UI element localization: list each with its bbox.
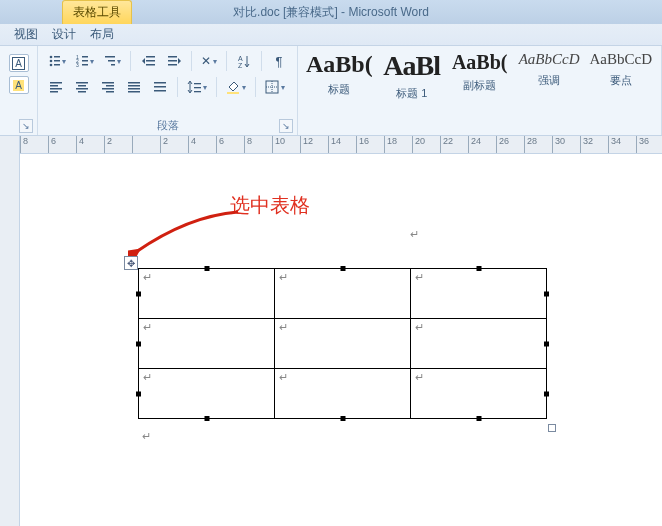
window-title: 对比.doc [兼容模式] - Microsoft Word xyxy=(233,4,429,21)
increase-indent-button[interactable] xyxy=(162,50,186,72)
svg-rect-13 xyxy=(108,60,116,62)
styles-gallery[interactable]: AaBb( 标题 AaBl 标题 1 AaBb( 副标题 AaBbCcD 强调 … xyxy=(306,50,653,101)
svg-rect-31 xyxy=(102,82,114,84)
svg-rect-9 xyxy=(82,60,88,62)
table-cell[interactable]: ↵ xyxy=(411,369,547,419)
svg-rect-25 xyxy=(50,88,62,90)
ribbon-group-font-edge: A A ↘ xyxy=(0,46,38,135)
svg-rect-5 xyxy=(54,64,60,66)
ruler-tick: 20 xyxy=(412,136,425,154)
table-cell[interactable]: ↵ xyxy=(139,369,275,419)
style-heading1[interactable]: AaBl 标题 1 xyxy=(383,52,441,101)
multilevel-icon xyxy=(104,54,116,68)
svg-rect-1 xyxy=(54,56,60,58)
char-shading-button[interactable]: A xyxy=(9,76,29,94)
annotation-text: 选中表格 xyxy=(230,192,310,219)
asian-layout-button[interactable]: ✕▾ xyxy=(197,50,221,72)
svg-rect-3 xyxy=(54,60,60,62)
table-cell[interactable]: ↵ xyxy=(275,319,411,369)
horizontal-ruler[interactable]: 864224681012141618202224262830323436 xyxy=(20,136,662,154)
sort-button[interactable]: AZ xyxy=(232,50,256,72)
tab-design[interactable]: 设计 xyxy=(52,26,76,43)
table-cell[interactable]: ↵ xyxy=(411,319,547,369)
ruler-tick: 22 xyxy=(440,136,453,154)
vertical-ruler[interactable] xyxy=(0,136,20,526)
table-tools-tab[interactable]: 表格工具 xyxy=(62,0,132,24)
style-emphasis[interactable]: AaBbCcD 强调 xyxy=(519,52,580,88)
svg-text:3: 3 xyxy=(76,62,79,68)
document-table[interactable]: ↵↵↵↵↵↵↵↵↵ xyxy=(138,268,547,419)
svg-rect-37 xyxy=(128,88,140,90)
paint-bucket-icon xyxy=(226,80,240,94)
bullets-button[interactable]: ▾ xyxy=(44,50,70,72)
svg-rect-11 xyxy=(82,64,88,66)
svg-rect-44 xyxy=(194,91,201,92)
svg-point-0 xyxy=(50,56,53,59)
ruler-tick: 6 xyxy=(48,136,56,154)
svg-rect-19 xyxy=(168,60,177,62)
ruler-tick: 18 xyxy=(384,136,397,154)
table-cell[interactable]: ↵ xyxy=(275,369,411,419)
style-subheading[interactable]: AaBb( 副标题 xyxy=(451,52,509,93)
align-distribute-button[interactable] xyxy=(148,76,172,98)
multilevel-list-button[interactable]: ▾ xyxy=(100,50,126,72)
paragraph-mark: ↵ xyxy=(410,228,419,241)
ruler-tick: 34 xyxy=(608,136,621,154)
shading-button[interactable]: ▾ xyxy=(222,76,250,98)
group-label-paragraph: 段落 ↘ xyxy=(44,116,291,133)
borders-icon xyxy=(265,80,279,94)
numbering-icon: 123 xyxy=(76,54,88,68)
svg-point-4 xyxy=(50,64,53,67)
align-center-button[interactable] xyxy=(70,76,94,98)
style-heading[interactable]: AaBb( 标题 xyxy=(306,52,373,97)
table-cell[interactable]: ↵ xyxy=(139,269,275,319)
numbering-button[interactable]: 123▾ xyxy=(72,50,98,72)
sort-icon: AZ xyxy=(237,54,251,68)
align-right-icon xyxy=(101,80,115,94)
svg-rect-36 xyxy=(128,85,140,87)
svg-rect-45 xyxy=(227,92,239,94)
svg-rect-42 xyxy=(194,83,201,84)
page: 选中表格 ↵ ✥ ↵↵↵↵↵↵↵↵↵ ↵ xyxy=(20,168,662,526)
paragraph-dialog-launcher[interactable]: ↘ xyxy=(279,119,293,133)
svg-rect-23 xyxy=(50,82,62,84)
tab-view[interactable]: 视图 xyxy=(14,26,38,43)
table-cell[interactable]: ↵ xyxy=(411,269,547,319)
ruler-tick: 30 xyxy=(552,136,565,154)
tab-layout[interactable]: 布局 xyxy=(90,26,114,43)
paragraph-mark: ↵ xyxy=(142,430,151,443)
table-cell[interactable]: ↵ xyxy=(275,269,411,319)
ribbon: A A ↘ ▾ 123▾ ▾ xyxy=(0,46,662,136)
document-area[interactable]: 选中表格 ↵ ✥ ↵↵↵↵↵↵↵↵↵ ↵ xyxy=(20,154,662,526)
ribbon-group-paragraph: ▾ 123▾ ▾ ✕▾ xyxy=(38,46,298,135)
ruler-tick: 2 xyxy=(160,136,168,154)
align-left-icon xyxy=(49,80,63,94)
show-marks-button[interactable]: ¶ xyxy=(267,50,291,72)
table-resize-handle[interactable] xyxy=(548,424,556,432)
align-justify-button[interactable] xyxy=(122,76,146,98)
char-border-button[interactable]: A xyxy=(9,54,29,72)
ruler-tick: 28 xyxy=(524,136,537,154)
line-spacing-button[interactable]: ▾ xyxy=(183,76,211,98)
ruler-tick: 24 xyxy=(468,136,481,154)
align-justify-icon xyxy=(127,80,141,94)
svg-rect-28 xyxy=(78,85,86,87)
svg-rect-17 xyxy=(146,64,155,66)
align-distribute-icon xyxy=(153,80,167,94)
decrease-indent-button[interactable] xyxy=(136,50,160,72)
svg-rect-33 xyxy=(102,88,114,90)
dialog-launcher-icon[interactable]: ↘ xyxy=(19,119,33,133)
align-right-button[interactable] xyxy=(96,76,120,98)
svg-rect-30 xyxy=(78,91,86,93)
ruler-tick: 4 xyxy=(188,136,196,154)
svg-rect-40 xyxy=(154,86,166,88)
align-left-button[interactable] xyxy=(44,76,68,98)
borders-button[interactable]: ▾ xyxy=(261,76,289,98)
ruler-tick: 14 xyxy=(328,136,341,154)
ruler-tick: 6 xyxy=(216,136,224,154)
table-cell[interactable]: ↵ xyxy=(139,319,275,369)
table-move-handle[interactable]: ✥ xyxy=(124,256,138,270)
style-point[interactable]: AaBbCcD 要点 xyxy=(590,52,653,88)
svg-rect-24 xyxy=(50,85,58,87)
svg-rect-32 xyxy=(106,85,114,87)
